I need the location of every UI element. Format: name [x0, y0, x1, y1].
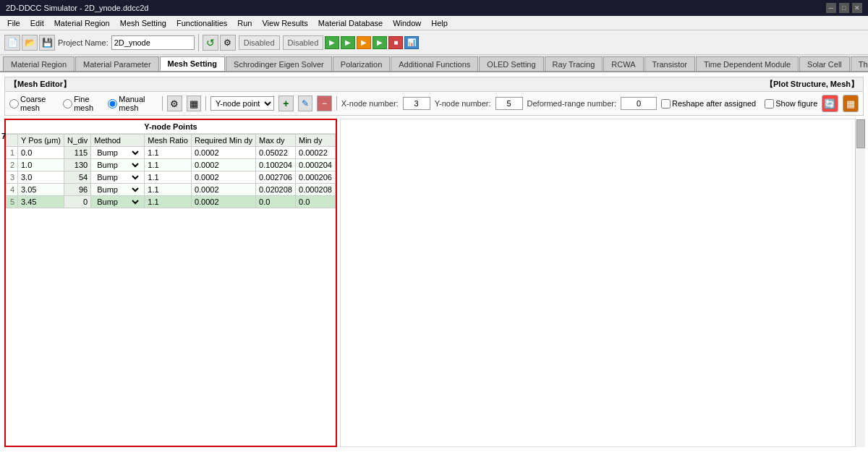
cell-mesh-ratio[interactable]: 1.1	[145, 184, 192, 196]
settings-icon-btn[interactable]: ⚙	[167, 95, 182, 111]
show-figure-checkbox[interactable]	[765, 99, 774, 109]
refresh-plot-button[interactable]: 🔄	[822, 95, 838, 112]
method-select[interactable]: Bump	[94, 197, 141, 207]
save-button[interactable]: 💾	[39, 35, 55, 51]
cell-n-div[interactable]: 130	[64, 159, 91, 171]
project-name-input[interactable]	[111, 35, 195, 50]
radio-manual[interactable]: Manual mesh	[108, 95, 158, 112]
tab-additional-functions[interactable]: Additional Functions	[391, 56, 478, 71]
xnode-input[interactable]	[403, 97, 430, 110]
cell-y-pos[interactable]: 0.0	[18, 147, 64, 159]
grid-icon-btn[interactable]: ▦	[187, 95, 202, 111]
remove-node-button[interactable]: −	[317, 95, 332, 111]
menu-view-results[interactable]: View Results	[258, 18, 312, 28]
tab-ray-tracing[interactable]: Ray Tracing	[545, 56, 603, 71]
col-req-min-dy: Required Min dy	[191, 135, 255, 147]
grid-plot-button[interactable]: ▦	[843, 95, 859, 112]
cell-req-min-dy[interactable]: 0.0002	[191, 184, 255, 196]
run-button-5[interactable]: ■	[388, 36, 403, 49]
title-bar: 2D-DDCC Simulator - 2D_ynode.ddcc2d ─ □ …	[0, 0, 868, 16]
menu-functionalities[interactable]: Functionalities	[172, 18, 231, 28]
tab-schrodinger[interactable]: Schrodinger Eigen Solver	[226, 56, 332, 71]
col-num	[7, 135, 18, 147]
menu-help[interactable]: Help	[427, 18, 452, 28]
run-button-1[interactable]: ▶	[325, 36, 339, 49]
cell-max-dy: 0.020208	[256, 184, 296, 196]
cell-req-min-dy[interactable]: 0.0002	[191, 159, 255, 171]
add-node-button[interactable]: +	[278, 95, 294, 111]
radio-fine[interactable]: Fine mesh	[63, 95, 103, 112]
menu-mesh-setting[interactable]: Mesh Setting	[116, 18, 171, 28]
tab-transistor[interactable]: Transistor	[644, 56, 696, 71]
cell-method[interactable]: Bump	[91, 159, 145, 171]
cell-method[interactable]: Bump	[91, 171, 145, 184]
tab-thermal[interactable]: Thermal	[851, 56, 868, 71]
cell-req-min-dy[interactable]: 0.0002	[191, 171, 255, 184]
chart-button[interactable]: 📊	[404, 36, 419, 49]
col-max-dy: Max dy	[256, 135, 296, 147]
cell-y-pos[interactable]: 3.0	[18, 171, 64, 184]
tab-time-dependent[interactable]: Time Dependent Module	[696, 56, 799, 71]
method-select[interactable]: Bump	[94, 184, 141, 195]
reshape-checkbox[interactable]	[661, 99, 671, 109]
cell-y-pos[interactable]: 1.0	[18, 159, 64, 171]
open-button[interactable]: 📂	[22, 35, 38, 51]
cell-req-min-dy[interactable]: 0.0002	[191, 196, 255, 208]
cell-n-div[interactable]: 96	[64, 184, 91, 196]
node-type-dropdown[interactable]: Y-node point	[210, 96, 274, 111]
method-select[interactable]: Bump	[94, 160, 141, 170]
tab-polarization[interactable]: Polarization	[333, 56, 390, 71]
cell-mesh-ratio[interactable]: 1.1	[145, 196, 192, 208]
show-figure-checkbox-label[interactable]: Show figure	[765, 99, 817, 109]
cell-y-pos[interactable]: 3.45	[18, 196, 64, 208]
deformed-input[interactable]	[621, 97, 657, 110]
reshape-checkbox-label[interactable]: Reshape after assigned	[661, 99, 756, 109]
new-button[interactable]: 📄	[4, 35, 20, 51]
toolbar: 📄 📂 💾 Project Name: ↺ ⚙ Disabled Disable…	[0, 30, 868, 55]
method-select[interactable]: Bump	[94, 172, 141, 182]
tab-oled-setting[interactable]: OLED Setting	[479, 56, 543, 71]
cell-n-div[interactable]: 54	[64, 171, 91, 184]
ynode-input[interactable]	[495, 97, 523, 110]
tab-material-region[interactable]: Material Region	[3, 56, 75, 71]
menu-window[interactable]: Window	[388, 18, 425, 28]
project-name-label: Project Name:	[56, 38, 110, 47]
refresh-button[interactable]: ↺	[203, 35, 218, 51]
run-button-2[interactable]: ▶	[341, 36, 355, 49]
cell-min-dy: 0.000204	[296, 159, 336, 171]
menu-run[interactable]: Run	[233, 18, 256, 28]
cell-min-dy: 0.000206	[296, 171, 336, 184]
main-scrollbar[interactable]	[855, 119, 865, 447]
cell-method[interactable]: Bump	[91, 196, 145, 208]
cell-row-num: 4	[7, 184, 18, 196]
cell-mesh-ratio[interactable]: 1.1	[145, 147, 192, 159]
cell-row-num: 2	[7, 159, 18, 171]
cell-n-div[interactable]: 115	[64, 147, 91, 159]
tab-solar-cell[interactable]: Solar Cell	[799, 56, 850, 71]
run-button-4[interactable]: ▶	[373, 36, 387, 49]
ynode-panel: Y-node Points Y Pos (μm) N_div Method Me…	[4, 119, 337, 447]
radio-coarse[interactable]: Coarse mesh	[9, 95, 59, 112]
tab-material-parameter[interactable]: Material Parameter	[75, 56, 159, 71]
cell-req-min-dy[interactable]: 0.0002	[191, 147, 255, 159]
menu-file[interactable]: File	[3, 18, 25, 28]
run-button-3[interactable]: ▶	[357, 36, 371, 49]
close-button[interactable]: ✕	[852, 3, 862, 13]
menu-material-database[interactable]: Material Database	[314, 18, 387, 28]
cell-mesh-ratio[interactable]: 1.1	[145, 171, 192, 184]
edit-node-button[interactable]: ✎	[298, 95, 313, 111]
menu-edit[interactable]: Edit	[26, 18, 48, 28]
tab-rcwa[interactable]: RCWA	[603, 56, 643, 71]
settings-button[interactable]: ⚙	[220, 35, 236, 51]
scroll-thumb[interactable]	[856, 119, 865, 148]
cell-method[interactable]: Bump	[91, 147, 145, 159]
tab-mesh-setting[interactable]: Mesh Setting	[160, 56, 225, 71]
cell-n-div[interactable]: 0	[64, 196, 91, 208]
method-select[interactable]: Bump	[94, 148, 141, 158]
cell-mesh-ratio[interactable]: 1.1	[145, 159, 192, 171]
cell-y-pos[interactable]: 3.05	[18, 184, 64, 196]
minimize-button[interactable]: ─	[826, 3, 836, 13]
cell-method[interactable]: Bump	[91, 184, 145, 196]
menu-material-region[interactable]: Material Region	[50, 18, 114, 28]
maximize-button[interactable]: □	[839, 3, 849, 13]
